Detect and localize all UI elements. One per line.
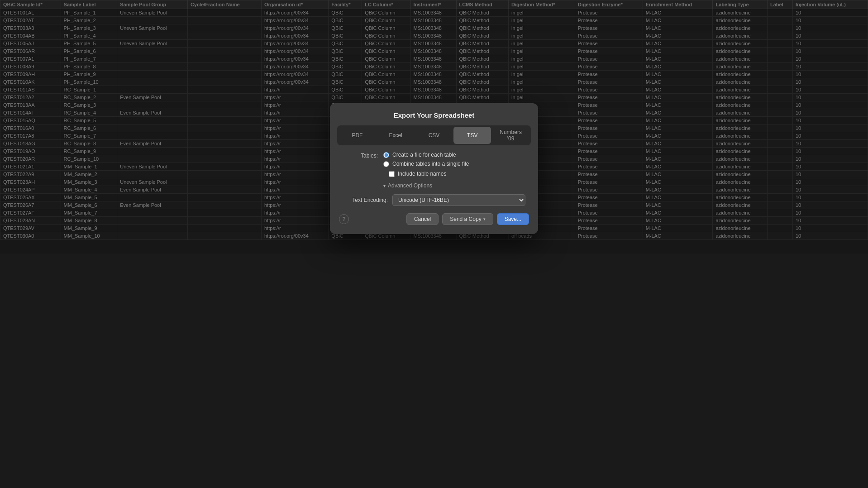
send-copy-label: Send a Copy (450, 216, 481, 222)
format-tab-numbers--09[interactable]: Numbers '09 (492, 127, 529, 144)
encoding-select[interactable]: Unicode (UTF-16BE)Unicode (UTF-8)Unicode… (392, 194, 525, 206)
cancel-button[interactable]: Cancel (406, 213, 439, 225)
modal-footer: ? Cancel Send a Copy ▾ Save... (330, 206, 538, 225)
tables-radio-label-1: Combine tables into a single file (392, 161, 469, 167)
advanced-options-label: Advanced Options (388, 182, 432, 189)
tables-radio-input-0[interactable] (383, 152, 389, 158)
format-tab-pdf[interactable]: PDF (339, 127, 376, 144)
format-tab-tsv[interactable]: TSV (453, 127, 491, 144)
bottom-area (0, 254, 868, 488)
include-table-names-label: Include table names (398, 171, 446, 177)
format-tab-group: PDFExcelCSVTSVNumbers '09 (337, 125, 531, 145)
tables-radio-option-0[interactable]: Create a file for each table (383, 152, 469, 158)
include-table-names-checkbox-label[interactable]: Include table names (389, 171, 525, 177)
modal-content: Tables: Create a file for each tableComb… (330, 152, 538, 206)
include-table-names-checkbox[interactable] (389, 171, 395, 177)
export-modal: Export Your Spreadsheet PDFExcelCSVTSVNu… (330, 103, 538, 234)
encoding-row: Text Encoding: Unicode (UTF-16BE)Unicode… (343, 194, 525, 206)
send-copy-dropdown-arrow: ▾ (483, 217, 486, 221)
tables-radio-option-1[interactable]: Combine tables into a single file (383, 161, 469, 167)
encoding-label: Text Encoding: (343, 197, 388, 203)
modal-title: Export Your Spreadsheet (330, 103, 538, 125)
format-tab-csv[interactable]: CSV (415, 127, 453, 144)
chevron-down-icon: ▾ (383, 183, 386, 188)
tables-radio-input-1[interactable] (383, 161, 389, 167)
send-copy-button[interactable]: Send a Copy ▾ (442, 213, 493, 225)
tables-radio-group: Create a file for each tableCombine tabl… (383, 152, 469, 167)
save-button[interactable]: Save... (497, 213, 529, 225)
tables-radio-label-0: Create a file for each table (392, 152, 456, 158)
help-button[interactable]: ? (339, 214, 349, 224)
tables-label: Tables: (343, 152, 383, 159)
tables-row: Tables: Create a file for each tableComb… (343, 152, 525, 167)
advanced-options-toggle[interactable]: ▾ Advanced Options (383, 182, 525, 189)
format-tab-excel[interactable]: Excel (377, 127, 415, 144)
